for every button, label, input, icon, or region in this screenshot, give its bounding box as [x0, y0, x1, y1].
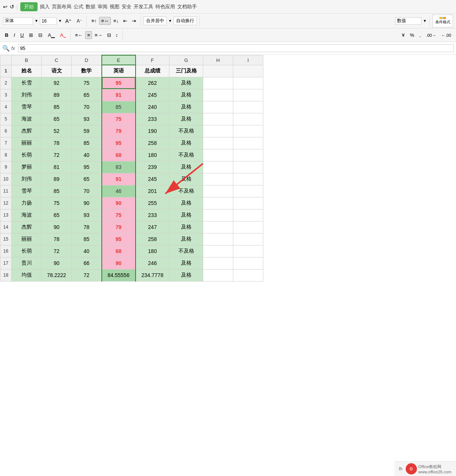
special-apps-tab[interactable]: 特色应用: [156, 3, 175, 10]
cell-english-14[interactable]: 79: [102, 221, 136, 233]
font-size-decrease-btn[interactable]: A⁻: [75, 17, 84, 25]
header-chinese[interactable]: 语文: [42, 65, 72, 77]
cell-total-10[interactable]: 245: [136, 173, 169, 185]
cell-math-9[interactable]: 95: [72, 161, 102, 173]
align-fill-btn[interactable]: ⊟: [105, 31, 113, 39]
cell-name-12[interactable]: 力扬: [12, 197, 42, 209]
start-tab[interactable]: 开始: [20, 2, 38, 11]
cell-math-17[interactable]: 66: [72, 257, 102, 269]
cell-chinese-12[interactable]: 75: [42, 197, 72, 209]
redo-icon[interactable]: ↺: [10, 4, 14, 10]
cell-pass-10[interactable]: 及格: [169, 173, 203, 185]
avg-cell-g[interactable]: 及格: [169, 269, 203, 281]
cell-math-16[interactable]: 40: [72, 245, 102, 257]
cell-math-5[interactable]: 93: [72, 113, 102, 125]
number-format-input[interactable]: [395, 17, 421, 25]
cell-total-9[interactable]: 239: [136, 161, 169, 173]
cell-pass-16[interactable]: 不及格: [169, 245, 203, 257]
cell-math-11[interactable]: 70: [72, 185, 102, 197]
cell-pass-4[interactable]: 及格: [169, 101, 203, 113]
indent-increase-btn[interactable]: ⇥: [130, 17, 138, 25]
cell-english-9[interactable]: 83: [102, 161, 136, 173]
fill-color-btn[interactable]: A▁: [46, 31, 57, 39]
cell-english-5[interactable]: 75: [102, 113, 136, 125]
font-name-input[interactable]: [3, 17, 33, 25]
cell-name-16[interactable]: 长萌: [12, 245, 42, 257]
cell-pass-7[interactable]: 及格: [169, 137, 203, 149]
align-left-btn[interactable]: ≡←: [73, 31, 85, 39]
cell-pass-11[interactable]: 不及格: [169, 185, 203, 197]
cell-math-4[interactable]: 70: [72, 101, 102, 113]
cell-math-15[interactable]: 85: [72, 233, 102, 245]
cell-chinese-17[interactable]: 90: [42, 257, 72, 269]
cell-math-3[interactable]: 65: [72, 89, 102, 101]
cell-name-11[interactable]: 雪琴: [12, 185, 42, 197]
cell-english-16[interactable]: 68: [102, 245, 136, 257]
cell-math-7[interactable]: 85: [72, 137, 102, 149]
cell-name-4[interactable]: 雪琴: [12, 101, 42, 113]
merge-center-btn[interactable]: 合并居中: [143, 17, 167, 25]
merge-btn2[interactable]: ⊟: [36, 31, 44, 39]
spreadsheet-container[interactable]: B C D E F G H I 1 姓名 语文 数学 英语: [0, 55, 456, 282]
cell-english-7[interactable]: 95: [102, 137, 136, 149]
font-size-input[interactable]: [40, 17, 57, 25]
cell-name-5[interactable]: 海波: [12, 113, 42, 125]
cell-chinese-11[interactable]: 85: [42, 185, 72, 197]
avg-cell-c[interactable]: 78.2222: [42, 269, 72, 281]
cell-total-14[interactable]: 247: [136, 221, 169, 233]
align-top-btn[interactable]: ≡↑: [89, 17, 98, 25]
cell-total-6[interactable]: 190: [136, 125, 169, 137]
cell-total-17[interactable]: 246: [136, 257, 169, 269]
align-right-btn[interactable]: ≡→: [93, 31, 104, 39]
cell-chinese-16[interactable]: 72: [42, 245, 72, 257]
cell-total-5[interactable]: 233: [136, 113, 169, 125]
avg-cell-f[interactable]: 234.7778: [136, 269, 169, 281]
header-total[interactable]: 总成绩: [136, 65, 169, 77]
cell-chinese-13[interactable]: 65: [42, 209, 72, 221]
formula-input[interactable]: [18, 44, 454, 52]
cell-chinese-4[interactable]: 85: [42, 101, 72, 113]
cell-pass-15[interactable]: 及格: [169, 233, 203, 245]
cell-math-12[interactable]: 90: [72, 197, 102, 209]
header-name[interactable]: 姓名: [12, 65, 42, 77]
cell-pass-13[interactable]: 及格: [169, 209, 203, 221]
indent-decrease-btn[interactable]: ⇤: [121, 17, 129, 25]
cell-total-13[interactable]: 233: [136, 209, 169, 221]
align-bottom-btn[interactable]: ≡↓: [112, 17, 121, 25]
cell-pass-8[interactable]: 不及格: [169, 149, 203, 161]
cell-chinese-8[interactable]: 72: [42, 149, 72, 161]
merge-dropdown-icon[interactable]: ▼: [168, 19, 172, 23]
align-center-btn[interactable]: ≡: [85, 31, 92, 39]
cell-total-16[interactable]: 180: [136, 245, 169, 257]
cell-total-7[interactable]: 258: [136, 137, 169, 149]
col-header-d[interactable]: D: [72, 55, 102, 65]
avg-cell-e[interactable]: 84.55556: [102, 269, 136, 281]
insert-tab[interactable]: 插入: [40, 3, 50, 10]
cell-pass-17[interactable]: 及格: [169, 257, 203, 269]
cell-chinese-15[interactable]: 78: [42, 233, 72, 245]
text-direction-btn[interactable]: ↕: [114, 31, 120, 39]
cell-math-13[interactable]: 93: [72, 209, 102, 221]
dev-tools-tab[interactable]: 开发工具: [134, 3, 153, 10]
cell-name-17[interactable]: 贵川: [12, 257, 42, 269]
col-header-f[interactable]: F: [136, 55, 169, 65]
header-english[interactable]: 英语: [102, 65, 136, 77]
cell-math-8[interactable]: 40: [72, 149, 102, 161]
cell-chinese-6[interactable]: 52: [42, 125, 72, 137]
cell-total-4[interactable]: 240: [136, 101, 169, 113]
avg-cell-d[interactable]: 72: [72, 269, 102, 281]
cell-english-15[interactable]: 95: [102, 233, 136, 245]
cell-name-7[interactable]: 丽丽: [12, 137, 42, 149]
cell-english-6[interactable]: 79: [102, 125, 136, 137]
cell-english-2[interactable]: 95: [102, 77, 136, 89]
formula-tab[interactable]: 公式: [74, 3, 83, 10]
cell-chinese-14[interactable]: 90: [42, 221, 72, 233]
page-layout-tab[interactable]: 页面布局: [52, 3, 71, 10]
doc-assist-tab[interactable]: 文档助手: [177, 3, 197, 10]
currency-btn[interactable]: ¥: [400, 31, 406, 39]
cell-pass-14[interactable]: 及格: [169, 221, 203, 233]
cell-english-13[interactable]: 75: [102, 209, 136, 221]
cell-english-10[interactable]: 91: [102, 173, 136, 185]
cell-math-2[interactable]: 75: [72, 77, 102, 89]
cell-name-15[interactable]: 丽丽: [12, 233, 42, 245]
